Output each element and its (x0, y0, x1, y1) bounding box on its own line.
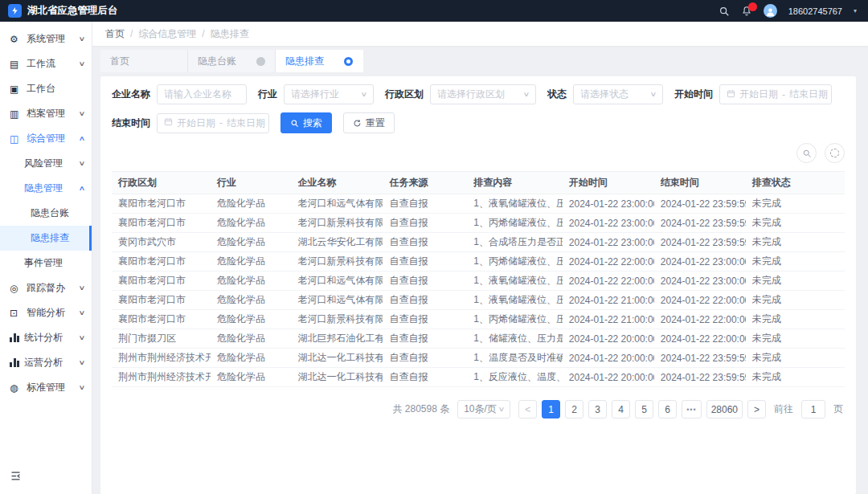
sidebar-item-hidden-danger-check[interactable]: 隐患排查 (0, 226, 92, 251)
sidebar-item-label: 工作台 (27, 82, 84, 96)
table-cell: 2024-01-22 20:00:00 (563, 368, 654, 387)
sidebar-item-label: 档案管理 (27, 107, 80, 120)
tab-close-icon[interactable] (344, 57, 353, 66)
user-avatar[interactable] (764, 4, 777, 18)
sidebar-item-workbench[interactable]: ▣工作台 (0, 76, 92, 101)
jump-page-input[interactable]: 1 (801, 400, 825, 418)
sidebar-menu: ⚙系统管理∨▤工作流∨▣工作台▥档案管理∨◫综合管理∧风险管理∨隐患管理∧隐患台… (0, 27, 92, 400)
collapse-sidebar-icon[interactable] (10, 473, 22, 484)
page-button-4[interactable]: 4 (612, 400, 630, 418)
table-cell: 湖北达一化工科技有限公司 (291, 368, 383, 387)
table-cell: 2024-01-22 22:00:00 (654, 291, 746, 310)
date-separator: - (782, 89, 785, 100)
chevron-down-icon[interactable]: ▾ (854, 7, 857, 14)
chevron-down-icon: ∨ (79, 359, 86, 366)
sidebar-item-smart-analysis[interactable]: ⊡智能分析∨ (0, 300, 92, 325)
table-cell: 自查自报 (383, 214, 467, 233)
table-cell: 荆州市荆州经济技术开发区 (112, 349, 211, 368)
start-time-range-input[interactable]: 开始日期 - 结束日期 (719, 84, 832, 104)
tab-home[interactable]: 首页 (100, 50, 188, 72)
search-icon[interactable] (719, 6, 730, 17)
end-time-range-input[interactable]: 开始日期 - 结束日期 (157, 113, 269, 133)
sidebar-item-comprehensive-management[interactable]: ◫综合管理∧ (0, 126, 92, 151)
table-cell: 自查自报 (383, 368, 467, 387)
breadcrumb-item[interactable]: 首页 (105, 27, 125, 41)
top-header: 湖北省应急管理后台 18602745767 ▾ (0, 0, 868, 22)
breadcrumb-item[interactable]: 隐患排查 (211, 27, 249, 41)
table-cell: 自查自报 (383, 252, 467, 271)
tab-hidden-danger-check[interactable]: 隐患排查 (276, 50, 363, 72)
notification-bell-icon[interactable] (741, 6, 752, 17)
table-refresh-button[interactable] (825, 143, 845, 163)
chevron-down-icon: ∨ (498, 406, 506, 413)
tab-hidden-danger-ledger[interactable]: 隐患台账 (188, 50, 276, 72)
page-ellipsis[interactable]: ••• (682, 400, 701, 418)
table-header-row: 行政区划行业企业名称任务来源排查内容开始时间结束时间排查状态 (112, 172, 845, 194)
table-cell: 襄阳市老河口市 (112, 194, 211, 214)
table-cell: 襄阳市老河口市 (112, 252, 211, 271)
table-search-toggle-button[interactable] (796, 143, 817, 163)
next-page-button[interactable]: > (747, 400, 766, 418)
table-cell: 危险化学品 (211, 349, 291, 368)
table-cell: 黄冈市武穴市 (112, 233, 211, 252)
table-cell: 1、丙烯储罐液位、压力... (467, 310, 563, 329)
table-container: 行政区划行业企业名称任务来源排查内容开始时间结束时间排查状态襄阳市老河口市危险化… (112, 171, 845, 387)
table-cell: 襄阳市老河口市 (112, 271, 211, 291)
page-button-5[interactable]: 5 (635, 400, 653, 418)
breadcrumb-item[interactable]: 综合信息管理 (138, 27, 196, 41)
column-header: 行政区划 (112, 172, 211, 194)
sidebar-item-workflow[interactable]: ▤工作流∨ (0, 51, 92, 76)
sidebar-item-archive-management[interactable]: ▥档案管理∨ (0, 101, 92, 126)
sidebar-item-label: 工作流 (27, 57, 80, 71)
chevron-down-icon: ∨ (79, 110, 86, 117)
sidebar-item-system-management[interactable]: ⚙系统管理∨ (0, 27, 92, 51)
sidebar-item-label: 综合管理 (27, 132, 80, 145)
company-name-input[interactable]: 请输入企业名称 (157, 84, 247, 104)
table-cell: 自查自报 (383, 310, 467, 329)
select-placeholder: 请选择状态 (580, 88, 628, 101)
table-row: 襄阳市老河口市危险化学品老河口新景科技有限责任...自查自报1、丙烯储罐液位、压… (112, 310, 845, 329)
column-header: 企业名称 (291, 172, 383, 194)
content-area: 首页/综合信息管理/隐患排查 首页隐患台账隐患排查 企业名称 请输入企业名称 行… (92, 22, 868, 494)
sidebar-item-event-management[interactable]: 事件管理 (0, 251, 92, 276)
table-cell: 老河口新景科技有限责任... (291, 214, 383, 233)
gear-icon: ⚙ (10, 34, 22, 45)
end-time-filter: 结束时间 开始日期 - 结束日期 (112, 113, 269, 133)
page-button-28060[interactable]: 28060 (706, 400, 743, 418)
page-button-1[interactable]: 1 (542, 400, 560, 418)
region-select[interactable]: 请选择行政区划 ∨ (430, 84, 536, 104)
sidebar-item-risk-management[interactable]: 风险管理∨ (0, 151, 92, 176)
status-select[interactable]: 请选择状态 ∨ (573, 84, 663, 104)
sidebar-item-standard-management[interactable]: ◍标准管理∨ (0, 375, 92, 400)
table-cell: 湖北云华安化工有限公司 (291, 233, 383, 252)
sidebar-item-operations-analysis[interactable]: 运营分析∨ (0, 350, 92, 375)
search-button[interactable]: 搜索 (280, 112, 332, 133)
industry-label: 行业 (258, 88, 277, 101)
table-cell: 2024-01-22 23:00:00 (563, 214, 654, 233)
table-cell: 危险化学品 (211, 310, 291, 329)
sidebar-item-hidden-danger-management[interactable]: 隐患管理∧ (0, 176, 92, 201)
reset-button[interactable]: 重置 (343, 112, 395, 133)
app-title: 湖北省应急管理后台 (27, 4, 118, 18)
table-row: 黄冈市武穴市危险化学品湖北云华安化工有限公司自查自报1、合成塔压力是否正常...… (112, 233, 845, 252)
chevron-down-icon: ∨ (79, 60, 86, 67)
tab-close-icon[interactable] (256, 57, 265, 66)
sidebar: ⚙系统管理∨▤工作流∨▣工作台▥档案管理∨◫综合管理∧风险管理∨隐患管理∧隐患台… (0, 22, 92, 494)
search-button-label: 搜索 (303, 116, 322, 130)
sidebar-item-tracking-supervision[interactable]: ◎跟踪督办∨ (0, 276, 92, 300)
table-cell: 老河口新景科技有限责任... (291, 310, 383, 329)
table-cell: 未完成 (746, 291, 845, 310)
sidebar-item-hidden-danger-ledger[interactable]: 隐患台账 (0, 201, 92, 226)
chevron-down-icon: ∨ (79, 160, 86, 167)
industry-select[interactable]: 请选择行业 ∨ (284, 84, 374, 104)
page-button-2[interactable]: 2 (565, 400, 583, 418)
chevron-down-icon: ∨ (79, 284, 86, 292)
tab-label: 隐患台账 (198, 55, 236, 68)
page-button-6[interactable]: 6 (658, 400, 677, 418)
app-window: 湖北省应急管理后台 18602745767 ▾ ⚙系统管理∨▤工作流∨▣工作台▥… (0, 0, 868, 494)
page-size-select[interactable]: 10条/页∨ (457, 400, 510, 418)
sidebar-item-statistics-analysis[interactable]: 统计分析∨ (0, 325, 92, 350)
prev-page-button[interactable]: < (518, 400, 537, 418)
user-phone[interactable]: 18602745767 (788, 6, 842, 16)
page-button-3[interactable]: 3 (588, 400, 607, 418)
